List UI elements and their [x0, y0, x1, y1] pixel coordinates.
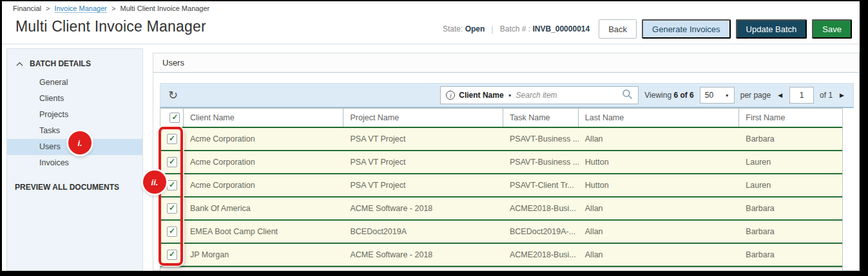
state-value: Open [465, 24, 485, 33]
update-batch-button[interactable]: Update Batch [736, 19, 807, 39]
search-box: i Client Name ▼ [440, 86, 639, 104]
select-all-checkbox[interactable]: ✓ [169, 113, 180, 123]
check-icon: ✓ [171, 113, 178, 121]
per-page-label: per page [740, 91, 771, 100]
viewing-count: Viewing 6 of 6 [644, 91, 694, 100]
refresh-icon[interactable]: ↻ [168, 89, 178, 101]
cell-task-name: BCEDoct2019A-... [503, 221, 579, 243]
page-size-select[interactable]: 50 ▼ [700, 87, 735, 104]
cell-task-name: ACME2018-Busi... [503, 244, 579, 266]
table-row[interactable]: ✓ Acme Corporation PSA VT Project PSAVT-… [160, 128, 842, 151]
sidebar-item-general[interactable]: General [7, 75, 142, 91]
batch-details-label: BATCH DETAILS [30, 59, 91, 68]
users-panel: Users ↻ i Client Name ▼ Viewing 6 of 6 5… [153, 53, 860, 271]
cell-first-name: Barbara [739, 198, 842, 219]
caret-down-icon[interactable]: ▼ [508, 93, 512, 98]
cell-project-name: BCEDoct2019A [343, 221, 503, 243]
grid-toolbar: ↻ i Client Name ▼ Viewing 6 of 6 50 ▼ pe… [160, 83, 854, 108]
sidebar: BATCH DETAILS General Clients Projects T… [6, 48, 143, 271]
check-icon: ✓ [169, 250, 175, 258]
viewing-label: Viewing [644, 91, 671, 100]
prev-page-button[interactable]: ◀ [776, 91, 784, 100]
breadcrumb-separator: > [46, 5, 50, 12]
row-checkbox[interactable]: ✓ [167, 226, 177, 237]
sidebar-item-users[interactable]: Users [7, 139, 142, 155]
cell-last-name: Allan [579, 128, 740, 150]
grid-footer [160, 267, 842, 271]
cell-client-name: Acme Corporation [184, 151, 344, 173]
state-text: State: Open [443, 24, 485, 33]
column-header-last-name[interactable]: Last Name [579, 109, 740, 127]
cell-client-name: Bank Of America [184, 198, 344, 219]
cell-first-name: Barbara [739, 128, 842, 150]
row-checkbox[interactable]: ✓ [167, 203, 177, 214]
page-total-label: of 1 [820, 91, 833, 100]
cell-project-name: PSA VT Project [343, 151, 503, 173]
back-button[interactable]: Back [599, 19, 637, 39]
breadcrumb-current: Multi Client Invoice Manager [120, 5, 209, 12]
column-header-client-name[interactable]: Client Name [184, 109, 344, 127]
table-row[interactable]: ✓ Bank Of America ACME Software - 2018 A… [160, 198, 842, 221]
cell-project-name: ACME Software - 2018 [343, 198, 503, 219]
check-icon: ✓ [169, 181, 175, 189]
column-header-first-name[interactable]: First Name [739, 109, 842, 127]
row-checkbox[interactable]: ✓ [167, 250, 177, 260]
cell-first-name: Barbara [739, 221, 842, 243]
row-checkbox[interactable]: ✓ [167, 157, 177, 167]
cell-first-name: Barbara [739, 244, 842, 266]
sidebar-item-clients[interactable]: Clients [7, 91, 142, 107]
info-icon: i [446, 91, 455, 100]
cell-client-name: Acme Corporation [184, 128, 344, 150]
users-grid: ✓ Client Name Project Name Task Name Las… [160, 108, 843, 271]
cell-client-name: EMEA Boot Camp Client [184, 221, 344, 243]
select-all-cell: ✓ [160, 109, 184, 127]
sidebar-item-projects[interactable]: Projects [7, 107, 142, 123]
cell-client-name: Acme Corporation [184, 174, 344, 196]
cell-last-name: Allan [579, 221, 740, 243]
cell-task-name: PSAVT-Business ... [503, 128, 579, 150]
page-title: Multi Client Invoice Manager [15, 18, 206, 35]
app-window: Financial > Invoice Manager > Multi Clie… [2, 1, 860, 271]
caret-down-icon: ▼ [725, 93, 729, 98]
cell-project-name: PSA VT Project [343, 128, 503, 150]
row-checkbox[interactable]: ✓ [167, 180, 177, 190]
breadcrumb-invoice-manager-link[interactable]: Invoice Manager [55, 5, 107, 13]
next-page-button[interactable]: ▶ [838, 91, 845, 100]
panel-title: Users [153, 53, 859, 73]
cell-first-name: Lauren [739, 174, 842, 196]
toolbar-right: i Client Name ▼ Viewing 6 of 6 50 ▼ per … [440, 86, 845, 104]
chevron-up-icon [16, 59, 23, 68]
table-row[interactable]: ✓ Acme Corporation PSA VT Project PSAVT-… [160, 174, 842, 198]
search-filter-label[interactable]: Client Name [459, 91, 503, 100]
table-row[interactable]: ✓ JP Morgan ACME Software - 2018 ACME201… [160, 244, 842, 267]
search-input[interactable] [516, 91, 619, 100]
check-icon: ✓ [169, 134, 175, 142]
breadcrumb-financial: Financial [13, 5, 41, 12]
search-icon[interactable] [622, 89, 633, 102]
batch-details-header[interactable]: BATCH DETAILS [7, 49, 142, 75]
table-row[interactable]: ✓ Acme Corporation PSA VT Project PSAVT-… [160, 151, 842, 174]
cell-task-name: ACME2018-Busi... [503, 198, 579, 219]
breadcrumb-separator: > [111, 5, 115, 12]
generate-invoices-button[interactable]: Generate Invoices [642, 19, 731, 39]
cell-task-name: PSAVT-Business ... [503, 151, 579, 173]
preview-all-documents-link[interactable]: PREVIEW ALL DOCUMENTS [7, 183, 142, 192]
column-header-project-name[interactable]: Project Name [343, 109, 503, 127]
row-checkbox[interactable]: ✓ [167, 134, 177, 144]
table-row[interactable]: ✓ EMEA Boot Camp Client BCEDoct2019A BCE… [160, 221, 842, 244]
check-icon: ✓ [169, 158, 175, 165]
cell-last-name: Allan [579, 244, 740, 266]
header-divider [2, 44, 860, 44]
cell-last-name: Hutton [579, 151, 740, 173]
check-icon: ✓ [169, 204, 175, 212]
sidebar-item-tasks[interactable]: Tasks [7, 123, 142, 139]
sidebar-item-invoices[interactable]: Invoices [7, 155, 142, 171]
cell-first-name: Lauren [739, 151, 842, 173]
viewing-value: 6 of 6 [673, 91, 693, 100]
state-label: State: [443, 24, 463, 33]
grid-header: ✓ Client Name Project Name Task Name Las… [160, 109, 842, 127]
save-button[interactable]: Save [812, 19, 852, 39]
cell-last-name: Hutton [579, 174, 740, 196]
column-header-task-name[interactable]: Task Name [503, 109, 579, 127]
page-number-input[interactable] [789, 87, 814, 104]
